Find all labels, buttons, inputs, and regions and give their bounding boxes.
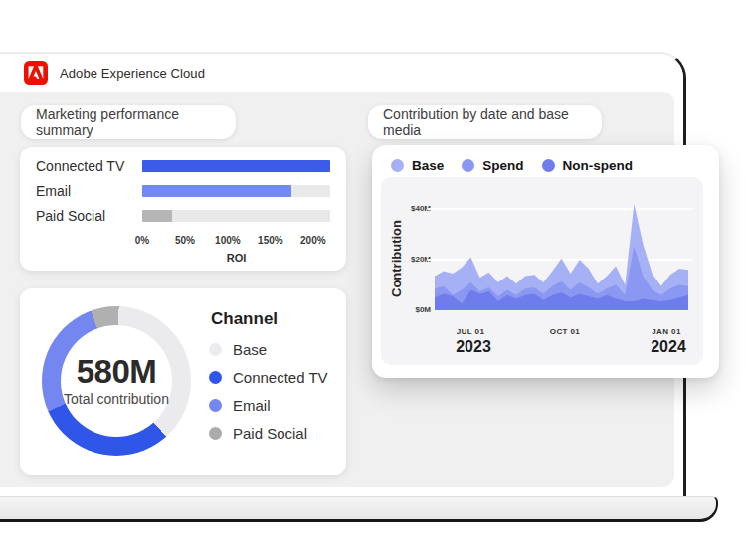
contribution-title-pill: Contribution by date and base media: [368, 105, 602, 139]
y-tick-label: $0M: [381, 305, 431, 314]
year-label: 2024: [651, 338, 686, 356]
donut-chart: 580M Total contribution: [42, 306, 191, 456]
roi-bar-track: [142, 160, 330, 172]
contribution-title: Contribution by date and base media: [383, 106, 587, 138]
media-legend-dot: [542, 159, 555, 172]
roi-tick-label: 150%: [258, 235, 283, 246]
roi-bar-row: Paid Social: [36, 210, 330, 222]
media-legend-label: Non-spend: [563, 158, 634, 173]
channel-legend-label: Email: [233, 397, 271, 414]
channel-legend-label: Base: [233, 341, 267, 358]
media-legend-item: Base: [391, 158, 444, 173]
channel-legend-items: BaseConnected TVEmailPaid Social: [209, 341, 328, 442]
summary-title: Marketing performance summary: [36, 106, 221, 138]
roi-bar-fill: [142, 160, 330, 172]
channel-legend-dot: [209, 427, 222, 440]
media-legend-item: Non-spend: [542, 158, 634, 173]
roi-bar-row: Email: [36, 185, 330, 197]
roi-bar-fill: [142, 210, 172, 222]
donut-center: 580M Total contribution: [61, 325, 172, 437]
media-legend-label: Spend: [482, 158, 523, 173]
roi-bar-track: [142, 185, 330, 197]
channel-legend-dot: [209, 399, 222, 412]
page: Adobe Experience Cloud Marketing perform…: [0, 0, 746, 560]
roi-tick-label: 0%: [135, 235, 149, 246]
total-contribution-value: 580M: [77, 355, 157, 389]
app-header: Adobe Experience Cloud: [0, 54, 683, 92]
roi-tick-label: 50%: [175, 235, 195, 246]
y-tick-label: $40M: [381, 204, 431, 213]
roi-bar-rows: Connected TVEmailPaid Social: [36, 160, 330, 222]
laptop-base: [0, 496, 718, 522]
media-legend-dot: [462, 159, 474, 172]
app-title: Adobe Experience Cloud: [60, 66, 205, 81]
media-legend: BaseSpendNon-spend: [391, 158, 633, 172]
x-tick-label: JUL 01: [457, 327, 485, 336]
roi-bar-track: [142, 210, 330, 222]
roi-x-axis: 0%50%100%150%200%: [142, 235, 330, 248]
channel-legend-item: Connected TV: [209, 369, 328, 386]
stacked-area-series: [435, 194, 688, 310]
roi-tick-label: 200%: [300, 235, 326, 246]
area-chart-card: BaseSpendNon-spend Contribution $40M$20M…: [372, 145, 719, 378]
channel-legend-dot: [209, 343, 222, 356]
total-contribution-label: Total contribution: [64, 391, 169, 407]
summary-title-pill: Marketing performance summary: [21, 105, 236, 139]
adobe-logo-icon: [24, 61, 48, 85]
roi-axis-label: ROI: [142, 252, 330, 264]
donut-chart-card: 580M Total contribution Channel BaseConn…: [20, 288, 346, 475]
media-legend-label: Base: [412, 158, 444, 173]
channel-legend-label: Paid Social: [233, 425, 307, 442]
channel-legend-item: Base: [209, 341, 328, 358]
media-legend-item: Spend: [462, 158, 523, 173]
year-label: 2023: [456, 338, 491, 356]
x-tick-label: JAN 01: [652, 327, 681, 336]
roi-bar-row: Connected TV: [36, 160, 330, 172]
roi-bar-chart-card: Connected TVEmailPaid Social 0%50%100%15…: [20, 147, 346, 271]
area-chart-plot: Contribution $40M$20M$0MJUL 01OCT 01JAN …: [381, 177, 703, 365]
roi-bar-fill: [142, 185, 291, 197]
roi-tick-label: 100%: [215, 235, 241, 246]
channel-legend-item: Email: [209, 397, 328, 414]
media-legend-dot: [391, 159, 404, 172]
channel-legend-dot: [209, 371, 222, 384]
y-tick-label: $20M: [381, 255, 431, 264]
x-tick-label: OCT 01: [550, 327, 580, 336]
roi-bar-label: Email: [36, 185, 142, 197]
channel-legend-item: Paid Social: [209, 425, 328, 442]
channel-legend-title: Channel: [211, 309, 328, 329]
roi-bar-label: Paid Social: [36, 210, 142, 222]
roi-bar-label: Connected TV: [36, 160, 142, 172]
channel-legend-label: Connected TV: [233, 369, 328, 386]
channel-legend: Channel BaseConnected TVEmailPaid Social: [209, 309, 328, 453]
